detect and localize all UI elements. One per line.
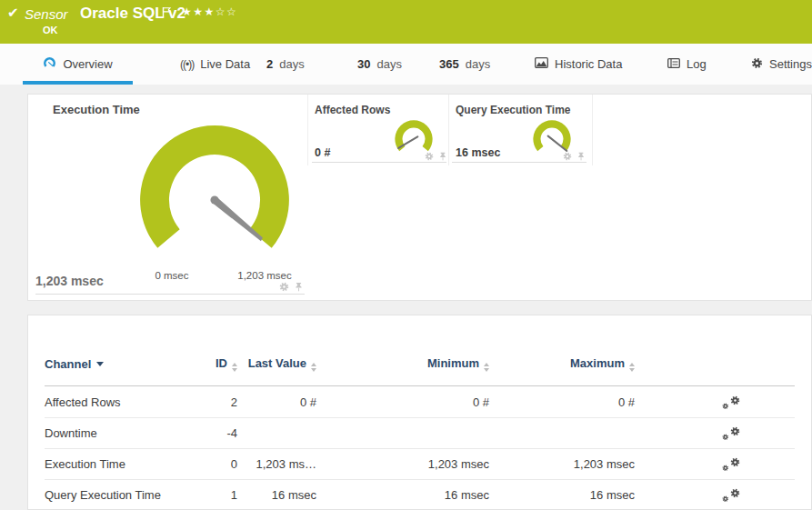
table-row[interactable]: Affected Rows 2 0 # 0 # 0 # [45, 387, 795, 418]
column-header-last-value-label: Last Value [248, 356, 306, 370]
tab-365-days[interactable]: 365 days [439, 44, 490, 85]
column-header-minimum[interactable]: Minimum [316, 356, 489, 372]
sensor-header: ✔ Sensor Oracle SQL v2 ★★★☆☆ OK [0, 0, 812, 44]
table-row[interactable]: Query Execution Time 1 16 msec 16 msec 1… [45, 480, 795, 510]
prtg-sensor-page: ✔ Sensor Oracle SQL v2 ★★★☆☆ OK Overview… [0, 0, 812, 510]
tab-2-days[interactable]: 2 days [266, 44, 305, 85]
affected-rows-gauge-value: 0 # [315, 146, 330, 159]
tab-settings-label: Settings [769, 57, 812, 71]
column-header-id-label: ID [216, 356, 227, 370]
active-tab-underline [23, 81, 133, 85]
column-header-minimum-label: Minimum [427, 356, 479, 370]
channel-name-cell[interactable]: Query Execution Time [45, 488, 210, 502]
execution-time-gauge-title: Execution Time [53, 103, 140, 116]
query-execution-time-gauge-title: Query Execution Time [456, 104, 571, 116]
tab-2-days-number: 2 [266, 57, 273, 71]
edit-channel-gears-icon[interactable] [722, 395, 740, 410]
channel-table-panel: Channel ID Last Value Minimum Maximum Af… [27, 315, 812, 510]
widget-footer-icons [425, 152, 447, 161]
widget-pin-icon[interactable] [438, 152, 447, 161]
table-row[interactable]: Execution Time 0 1,203 ms… 1,203 msec 1,… [45, 449, 795, 480]
maximum-cell: 16 msec [489, 488, 635, 502]
object-kind-label: Sensor [25, 6, 68, 22]
last-value-cell: 0 # [237, 395, 316, 409]
log-list-icon [667, 57, 680, 71]
minimum-cell: 0 # [316, 395, 489, 409]
tab-live-data[interactable]: ((•)) Live Data [180, 44, 250, 85]
column-header-maximum[interactable]: Maximum [489, 356, 635, 372]
gauge-scale-min: 0 msec [135, 270, 208, 281]
channel-name-cell[interactable]: Affected Rows [45, 395, 210, 409]
id-cell: 1 [210, 488, 237, 502]
channel-name-cell[interactable]: Execution Time [45, 457, 210, 471]
tab-bar: Overview ((•)) Live Data 2 days 30 days … [0, 44, 812, 85]
widget-divider [307, 95, 308, 165]
column-header-channel[interactable]: Channel [45, 357, 210, 371]
column-header-maximum-label: Maximum [570, 356, 625, 370]
edit-channel-gears-icon[interactable] [722, 457, 740, 472]
execution-time-gauge[interactable] [132, 117, 297, 283]
tab-overview[interactable]: Overview [23, 44, 133, 85]
sensor-status-badge: OK [43, 25, 58, 35]
live-data-icon: ((•)) [180, 58, 194, 71]
widget-footer-icons [563, 152, 586, 161]
id-cell: 2 [210, 395, 237, 409]
edit-channel-gears-icon[interactable] [722, 488, 740, 503]
sorted-descending-icon [96, 362, 104, 366]
gauge-scale-max: 1,203 msec [225, 270, 305, 281]
tab-log[interactable]: Log [667, 44, 707, 85]
flag-icon[interactable] [162, 5, 172, 22]
last-value-cell: 16 msec [237, 488, 316, 502]
tab-365-days-number: 365 [439, 57, 459, 71]
widget-divider [592, 95, 593, 165]
column-header-last-value[interactable]: Last Value [237, 356, 316, 372]
gauge-icon [43, 56, 56, 73]
widget-gear-icon[interactable] [425, 152, 434, 161]
widget-pin-icon[interactable] [576, 152, 586, 161]
table-row[interactable]: Downtime -4 [45, 418, 795, 449]
tab-365-days-word: days [466, 57, 490, 71]
widget-bottom-line [312, 162, 446, 163]
column-header-channel-label: Channel [45, 357, 91, 371]
priority-stars[interactable]: ★★★☆☆ [182, 5, 237, 18]
id-cell: 0 [210, 457, 237, 471]
channel-name-cell[interactable]: Downtime [45, 426, 210, 440]
tab-live-data-label: Live Data [200, 57, 250, 71]
tab-log-label: Log [687, 57, 707, 71]
widget-divider [448, 95, 449, 165]
table-body: Affected Rows 2 0 # 0 # 0 # Downtime -4 [45, 387, 795, 510]
last-value-cell: 1,203 ms… [237, 457, 316, 471]
gear-icon [751, 57, 763, 72]
id-cell: -4 [210, 426, 237, 440]
tab-30-days-word: days [376, 57, 401, 71]
widget-pin-icon[interactable] [294, 282, 304, 292]
affected-rows-gauge-title: Affected Rows [315, 104, 390, 116]
historic-chart-icon [535, 57, 548, 72]
table-header-row: Channel ID Last Value Minimum Maximum [45, 343, 795, 386]
tab-2-days-word: days [279, 57, 304, 71]
minimum-cell: 1,203 msec [316, 457, 489, 471]
gauges-panel: Execution Time 0 msec 1,203 msec 1,203 m… [27, 94, 812, 301]
execution-time-gauge-value: 1,203 msec [35, 274, 104, 288]
tab-30-days-number: 30 [357, 57, 370, 71]
tab-historic-data[interactable]: Historic Data [535, 44, 622, 85]
tab-30-days[interactable]: 30 days [357, 44, 402, 85]
maximum-cell: 1,203 msec [489, 457, 635, 471]
widget-footer-icons [279, 282, 304, 292]
maximum-cell: 0 # [489, 395, 635, 409]
widget-bottom-line [452, 162, 586, 163]
tab-settings[interactable]: Settings [751, 44, 812, 85]
sort-icon [629, 363, 635, 372]
edit-channel-gears-icon[interactable] [722, 426, 740, 441]
widget-bottom-line [35, 294, 305, 295]
widget-gear-icon[interactable] [279, 282, 289, 292]
tab-historic-data-label: Historic Data [555, 57, 622, 71]
status-ok-check-icon: ✔ [7, 5, 19, 21]
tab-overview-label: Overview [63, 57, 112, 71]
widget-gear-icon[interactable] [563, 152, 572, 161]
column-header-id[interactable]: ID [210, 356, 237, 372]
minimum-cell: 16 msec [316, 488, 489, 502]
query-execution-time-gauge-value: 16 msec [456, 146, 500, 159]
